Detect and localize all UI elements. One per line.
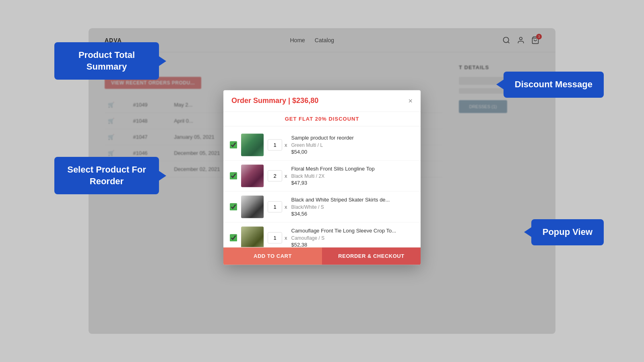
product-price-2: $47,93 [291,180,415,186]
product-image-4 [241,226,264,247]
annotation-popup-view: Popup View [531,219,604,245]
qty-x-label: x [285,235,287,241]
modal-footer: ADD TO CART REORDER & CHECKOUT [223,247,421,265]
product-checkbox-1[interactable] [230,141,237,148]
qty-control-4: x [268,232,287,243]
list-item: x Sample product for reorder Green Multi… [223,130,421,160]
product-info-1: Sample product for reorder Green Multi /… [291,135,415,155]
qty-x-label: x [285,142,287,148]
product-variant-3: Black/White / S [291,204,415,210]
product-price-4: $52,38 [291,242,415,247]
product-checkbox-4[interactable] [230,234,237,241]
product-info-2: Floral Mesh Front Slits Longline Top Bla… [291,166,415,186]
order-summary-modal: Order Summary | $236,80 × GET FLAT 20% D… [223,90,421,265]
qty-input-2[interactable] [268,170,282,181]
product-checkbox-2[interactable] [230,172,237,179]
product-price-3: $34,56 [291,211,415,217]
product-image-3 [241,195,264,218]
product-info-3: Black and White Striped Skater Skirts de… [291,197,415,217]
product-variant-1: Green Multi / L [291,142,415,148]
annotation-select-product: Select Product For Reorder [54,157,159,194]
qty-control-1: x [268,139,287,150]
product-name-4: Camouflage Front Tie Long Sleeve Crop To… [291,228,415,234]
qty-input-1[interactable] [268,139,282,150]
list-item: x Black and White Striped Skater Skirts … [223,191,421,222]
qty-x-label: x [285,204,287,210]
modal-header: Order Summary | $236,80 × [223,90,421,112]
discount-banner: GET FLAT 20% DISCOUNT [223,112,421,126]
product-price-1: $54,00 [291,149,415,155]
product-name-3: Black and White Striped Skater Skirts de… [291,197,415,204]
reorder-checkout-button[interactable]: REORDER & CHECKOUT [322,247,421,265]
product-variant-4: Camouflage / S [291,235,415,241]
product-checkbox-3[interactable] [230,203,237,210]
qty-input-4[interactable] [268,232,282,243]
product-info-4: Camouflage Front Tie Long Sleeve Crop To… [291,228,415,247]
modal-title: Order Summary | $236,80 [231,97,318,105]
product-name-2: Floral Mesh Front Slits Longline Top [291,166,415,173]
add-to-cart-button[interactable]: ADD TO CART [223,247,322,265]
product-image-1 [241,134,264,156]
product-variant-2: Black Multi / 2X [291,173,415,179]
product-name-1: Sample product for reorder [291,135,415,142]
qty-x-label: x [285,173,287,179]
annotation-discount-message: Discount Message [504,72,604,98]
modal-close-button[interactable]: × [408,97,413,105]
qty-input-3[interactable] [268,201,282,212]
qty-control-2: x [268,170,287,181]
qty-control-3: x [268,201,287,212]
product-list: x Sample product for reorder Green Multi… [223,126,421,247]
list-item: x Floral Mesh Front Slits Longline Top B… [223,160,421,191]
list-item: x Camouflage Front Tie Long Sleeve Crop … [223,222,421,247]
annotation-product-total-summary: Product Total Summary [54,42,159,80]
product-image-2 [241,165,264,187]
